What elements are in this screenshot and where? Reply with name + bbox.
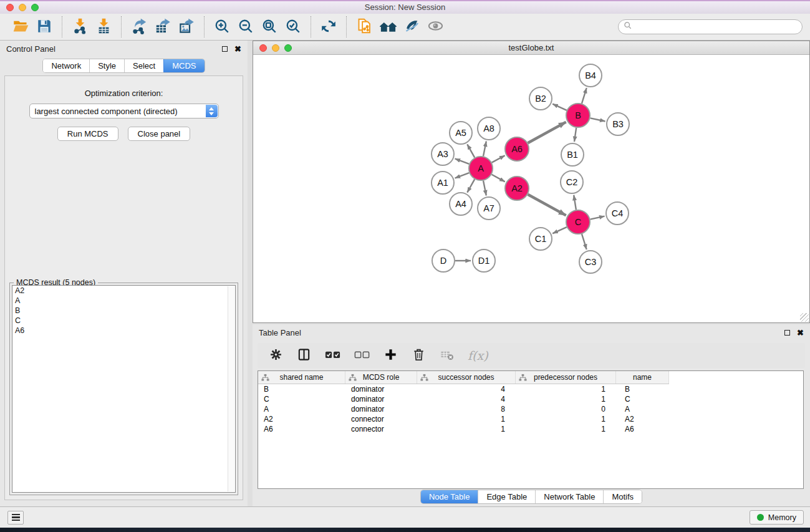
column-header-name[interactable]: name [616, 371, 669, 384]
network-zoom-button[interactable] [284, 44, 292, 52]
graph-node-A7[interactable]: A7 [478, 197, 500, 220]
graph-node-B1[interactable]: B1 [561, 143, 584, 166]
table-cell[interactable]: dominator [345, 405, 417, 414]
graph-node-B2[interactable]: B2 [529, 87, 552, 110]
graph-node-A1[interactable]: A1 [432, 172, 454, 194]
graph-node-A6[interactable]: A6 [505, 137, 529, 161]
search-input[interactable] [635, 21, 802, 33]
graph-edge-C-C4[interactable] [591, 216, 605, 220]
toggle-visibility-button[interactable] [423, 15, 447, 39]
close-panel-button[interactable]: Close panel [128, 127, 191, 141]
delete-column-button[interactable] [412, 347, 426, 364]
unselect-all-columns-button[interactable] [354, 350, 370, 361]
table-cell[interactable]: C [616, 395, 669, 404]
graph-edge-A-A4[interactable] [467, 179, 475, 192]
table-row[interactable]: Adominator80A [258, 404, 803, 414]
close-window-button[interactable] [6, 4, 14, 11]
table-cell[interactable]: A6 [258, 425, 345, 433]
add-column-button[interactable] [383, 347, 398, 364]
network-minimize-button[interactable] [272, 44, 279, 52]
graph-edge-A-A2[interactable] [492, 175, 505, 182]
graph-node-C[interactable]: C [566, 210, 590, 234]
table-cell[interactable]: 1 [417, 415, 516, 423]
table-cell[interactable]: 8 [417, 405, 516, 414]
result-item[interactable]: B [12, 306, 235, 316]
table-row[interactable]: A2connector11A2 [258, 414, 803, 424]
graph-node-A4[interactable]: A4 [450, 193, 472, 215]
table-cell[interactable]: 1 [516, 385, 616, 394]
result-item[interactable]: A6 [12, 326, 235, 336]
zoom-selected-button[interactable] [281, 15, 305, 39]
table-cell[interactable]: A2 [258, 415, 345, 423]
table-cell[interactable]: 1 [516, 415, 616, 423]
export-network-button[interactable] [127, 15, 151, 39]
graph-node-B4[interactable]: B4 [579, 64, 602, 87]
table-tab-network-table[interactable]: Network Table [535, 490, 603, 503]
search-field[interactable] [618, 19, 803, 34]
table-cell[interactable]: 1 [516, 395, 616, 404]
select-all-columns-button[interactable] [325, 350, 340, 361]
table-row[interactable]: A6connector11A6 [258, 424, 803, 434]
toggle-column-panel-button[interactable] [297, 347, 311, 364]
table-cell[interactable]: connector [345, 425, 417, 433]
tab-network[interactable]: Network [43, 59, 89, 72]
export-image-button[interactable] [175, 15, 198, 39]
graph-edge-A-A6[interactable] [492, 155, 505, 162]
column-header-MCDS-role[interactable]: MCDS role [345, 371, 417, 384]
table-tab-motifs[interactable]: Motifs [603, 490, 642, 503]
tab-style[interactable]: Style [89, 59, 124, 72]
table-tab-node-table[interactable]: Node Table [421, 490, 478, 503]
table-cell[interactable]: 0 [516, 405, 616, 414]
table-row[interactable]: Cdominator41C [258, 394, 803, 404]
table-cell[interactable]: dominator [345, 385, 417, 394]
save-session-button[interactable] [32, 15, 56, 39]
graph-edge-C-C2[interactable] [574, 195, 576, 210]
zoom-out-button[interactable] [234, 15, 258, 39]
table-cell[interactable]: 4 [417, 395, 516, 404]
table-cell[interactable]: B [616, 385, 669, 394]
result-item[interactable]: A [12, 296, 235, 306]
zoom-window-button[interactable] [31, 4, 39, 11]
task-history-button[interactable] [7, 511, 24, 525]
graph-node-C4[interactable]: C4 [606, 202, 629, 225]
minimize-window-button[interactable] [19, 4, 26, 11]
graph-node-D[interactable]: D [432, 249, 455, 272]
graph-edge-A-A1[interactable] [455, 173, 470, 178]
table-tab-edge-table[interactable]: Edge Table [478, 490, 535, 503]
graph-node-C3[interactable]: C3 [579, 251, 602, 273]
graph-node-A2[interactable]: A2 [505, 177, 529, 200]
table-cell[interactable]: A2 [616, 415, 669, 423]
zoom-in-button[interactable] [210, 15, 234, 39]
refresh-button[interactable] [317, 15, 340, 39]
graph-edge-B-B4[interactable] [582, 88, 587, 104]
result-item[interactable]: A2 [12, 286, 235, 296]
network-canvas[interactable]: B4B2BB3A8A5A6A3B1AA1C2A2A4A7C4CC1DD1C3 [253, 55, 809, 322]
show-graphics-details-button[interactable] [400, 15, 423, 39]
import-table-button[interactable] [92, 15, 115, 39]
result-list-scrollbar[interactable] [228, 286, 234, 491]
graph-node-C1[interactable]: C1 [529, 228, 552, 250]
graph-edge-A-A7[interactable] [483, 181, 486, 196]
table-row[interactable]: Bdominator41B [258, 384, 803, 394]
graph-edge-A-A8[interactable] [483, 142, 486, 157]
table-cell[interactable]: 4 [417, 385, 516, 394]
graph-edge-A2-C[interactable] [528, 195, 566, 216]
network-close-button[interactable] [259, 44, 267, 52]
memory-button[interactable]: Memory [750, 510, 804, 525]
import-network-button[interactable] [68, 15, 92, 39]
result-item[interactable]: C [12, 316, 235, 326]
criterion-dropdown[interactable]: largest connected component (directed) [29, 104, 219, 118]
graph-node-C2[interactable]: C2 [561, 171, 583, 193]
column-header-predecessor-nodes[interactable]: predecessor nodes [516, 371, 616, 384]
close-table-panel-icon[interactable]: ✖ [797, 330, 804, 336]
table-cell[interactable]: B [258, 385, 345, 394]
column-header-successor-nodes[interactable]: successor nodes [417, 371, 516, 384]
table-cell[interactable]: A [616, 405, 669, 414]
table-cell[interactable]: A6 [616, 425, 669, 433]
float-table-panel-icon[interactable] [784, 330, 790, 336]
clone-network-button[interactable] [352, 15, 376, 39]
graph-edge-A-A5[interactable] [467, 144, 475, 157]
tab-select[interactable]: Select [124, 59, 163, 72]
table-cell[interactable]: C [258, 395, 345, 404]
graph-node-A[interactable]: A [469, 157, 493, 180]
